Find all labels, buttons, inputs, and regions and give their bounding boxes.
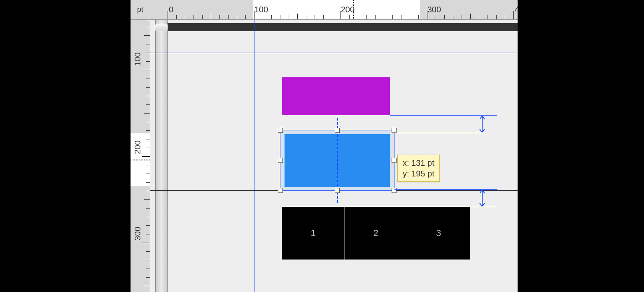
- shape-row-black[interactable]: 1 2 3: [282, 207, 470, 260]
- page-top-edge: [168, 23, 518, 31]
- ruler-v-label: 300: [133, 227, 142, 240]
- black-label: 3: [436, 228, 441, 239]
- guide-vertical[interactable]: [254, 20, 254, 292]
- selection-handle-n[interactable]: [335, 128, 340, 133]
- ruler-unit-corner[interactable]: pt: [131, 0, 150, 20]
- spacing-guide-line: [390, 115, 497, 116]
- spacing-arrow-icon: [479, 116, 485, 132]
- baseline: [150, 190, 518, 191]
- ruler-h-label: 4: [515, 5, 518, 14]
- ruler-h-label: 100: [254, 5, 268, 14]
- guide-horizontal[interactable]: [150, 53, 518, 53]
- shape-rect-black-2[interactable]: 2: [345, 207, 407, 260]
- selection-handle-nw[interactable]: [278, 128, 283, 133]
- spacing-guide-line: [394, 189, 497, 190]
- canvas[interactable]: x: 131 pt y: 195 pt 1 2 3: [150, 20, 518, 292]
- ruler-h-label: 300: [427, 5, 441, 14]
- ruler-h-label: 0: [169, 5, 173, 14]
- spacing-arrow-icon: [479, 190, 485, 206]
- ruler-h-label: 200: [341, 5, 355, 14]
- shape-rect-purple[interactable]: [282, 77, 390, 115]
- position-tooltip: x: 131 pt y: 195 pt: [397, 155, 440, 182]
- selection-handle-w[interactable]: [278, 158, 283, 163]
- ruler-unit-label: pt: [137, 5, 143, 14]
- black-label: 2: [373, 228, 378, 239]
- ruler-horizontal[interactable]: 0 100 200: [150, 0, 518, 20]
- shape-rect-black-3[interactable]: 3: [407, 207, 470, 260]
- ruler-v-label: 100: [133, 52, 142, 66]
- shape-rect-black-1[interactable]: 1: [282, 207, 345, 260]
- gutter-handle[interactable]: [155, 24, 168, 31]
- ruler-vertical[interactable]: 100 200 300: [131, 20, 150, 292]
- spacing-guide-line: [390, 133, 485, 133]
- shape-rect-blue[interactable]: [285, 134, 390, 187]
- selection-handle-ne[interactable]: [392, 128, 397, 133]
- black-label: 1: [310, 228, 315, 239]
- ruler-v-ticks: 100 200 300: [131, 20, 150, 292]
- selection-handle-e[interactable]: [392, 158, 397, 163]
- ruler-v-label: 200: [133, 140, 142, 154]
- margin-gutter[interactable]: [155, 20, 168, 292]
- tooltip-y: y: 195 pt: [403, 168, 434, 179]
- spacing-guide-line: [469, 207, 497, 207]
- ruler-h-ticks: 0 100 200: [150, 0, 518, 19]
- tooltip-x: x: 131 pt: [403, 158, 434, 168]
- editor-viewport: pt 0 100 200: [131, 0, 518, 292]
